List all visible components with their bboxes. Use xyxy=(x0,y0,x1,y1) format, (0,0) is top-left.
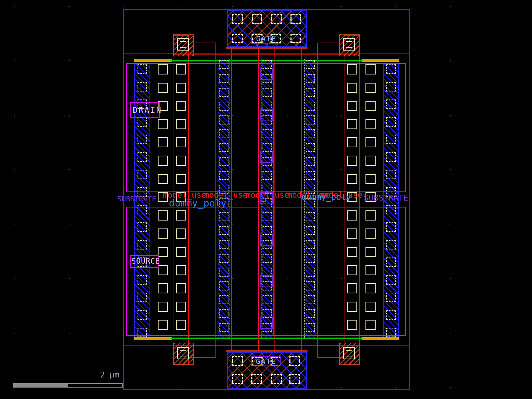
grid-dot xyxy=(14,224,15,225)
gate-net-label-top[interactable]: GATE xyxy=(256,35,277,42)
grid-dot xyxy=(14,6,15,7)
grid-dot xyxy=(450,169,451,170)
tap-contact-inner xyxy=(346,350,352,356)
drain-net-label[interactable]: DRAIN xyxy=(133,106,162,114)
grid-dot xyxy=(505,6,505,7)
grid-dot xyxy=(450,115,451,116)
tap-contact-inner xyxy=(180,41,186,48)
boundary-divider-bottom[interactable] xyxy=(123,345,410,346)
grid-dot xyxy=(69,60,70,61)
grid-dot xyxy=(505,169,505,170)
dummy-poly-label-right[interactable]: dummy_poly xyxy=(301,193,351,201)
pad-contact[interactable] xyxy=(289,374,300,384)
substrate-net-label-right[interactable]: SUBSTRATE xyxy=(364,194,408,202)
grid-dot xyxy=(69,169,70,170)
grid-dot xyxy=(69,333,70,334)
layout-canvas[interactable]: GATE GATE DRAIN SOURCE SUBSTRATE SUBSTRA… xyxy=(0,0,532,399)
substrate-net-label-left[interactable]: SUBSTRATE xyxy=(117,195,156,202)
grid-dot xyxy=(178,6,178,7)
grid-dot xyxy=(505,387,505,388)
scalebar-label: 2 µm xyxy=(100,371,119,379)
grid-dot xyxy=(450,333,451,334)
boundary-divider-top[interactable] xyxy=(123,53,410,54)
grid-dot xyxy=(450,6,451,7)
grid-dot xyxy=(450,278,451,279)
pad-contact[interactable] xyxy=(251,374,262,384)
grid-dot xyxy=(69,278,70,279)
pad-contact[interactable] xyxy=(271,14,282,24)
grid-dot xyxy=(14,333,15,334)
grid-dot xyxy=(505,60,505,61)
model-use-label[interactable]: model_use xyxy=(246,191,289,199)
grid-dot xyxy=(14,60,15,61)
pad-contact[interactable] xyxy=(271,374,282,384)
pad-contact[interactable] xyxy=(232,374,243,384)
source-net-label[interactable]: SOURCE xyxy=(131,257,160,265)
grid-dot xyxy=(341,6,342,7)
pad-contact[interactable] xyxy=(290,14,301,24)
pad-contact[interactable] xyxy=(289,356,300,366)
grid-dot xyxy=(505,224,505,225)
grid-dot xyxy=(287,6,288,7)
pad-contact[interactable] xyxy=(290,34,301,43)
grid-dot xyxy=(69,115,70,116)
grid-dot xyxy=(505,333,505,334)
pad-contact[interactable] xyxy=(232,14,243,24)
tap-contact-inner xyxy=(346,41,352,48)
grid-dot xyxy=(14,278,15,279)
grid-dot xyxy=(123,6,124,7)
pad-contact[interactable] xyxy=(232,34,243,43)
grid-dot xyxy=(505,115,505,116)
pad-contact[interactable] xyxy=(252,14,262,24)
pad-contact[interactable] xyxy=(232,356,243,366)
grid-dot xyxy=(505,278,505,279)
grid-dot xyxy=(450,60,451,61)
grid-dot xyxy=(450,387,451,388)
grid-dot xyxy=(14,169,15,170)
grid-dot xyxy=(450,224,451,225)
poly-label-fragment[interactable]: o xyxy=(262,196,267,203)
grid-dot xyxy=(396,6,397,7)
grid-dot xyxy=(14,115,15,116)
gate-net-label-bottom[interactable]: GATE xyxy=(256,358,276,365)
grid-dot xyxy=(69,224,70,225)
tap-contact-inner xyxy=(180,350,186,356)
dummy-poly-label-left[interactable]: dummy_poly xyxy=(169,198,227,208)
grid-dot xyxy=(69,6,70,7)
grid-dot xyxy=(232,6,233,7)
scalebar-outline xyxy=(67,383,123,388)
scalebar-fill xyxy=(13,383,68,388)
